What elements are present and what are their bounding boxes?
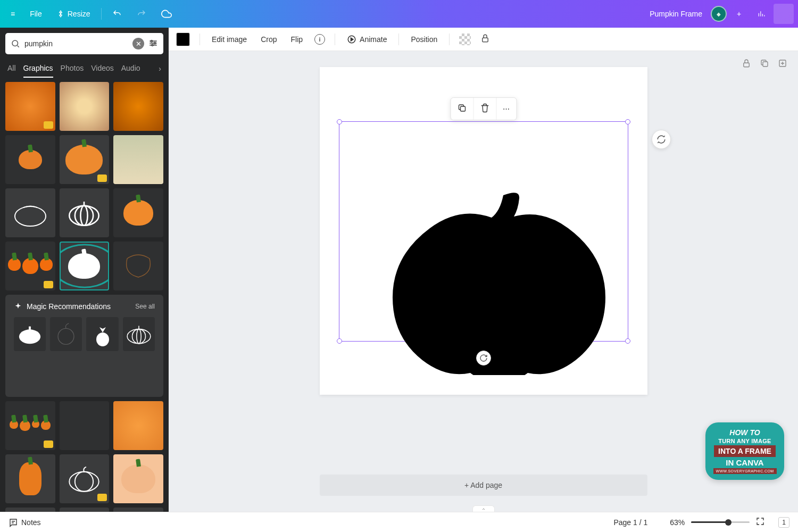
position-button[interactable]: Position <box>409 32 439 47</box>
pro-badge-icon <box>44 440 53 448</box>
svg-point-14 <box>96 332 109 346</box>
undo-button[interactable] <box>106 5 128 22</box>
graphic-thumb[interactable] <box>5 242 55 290</box>
svg-rect-28 <box>460 106 465 111</box>
tab-audio[interactable]: Audio <box>121 60 140 78</box>
graphic-thumb[interactable] <box>113 242 163 290</box>
graphic-thumb[interactable] <box>113 82 163 131</box>
tab-photos[interactable]: Photos <box>61 60 84 78</box>
canvas-viewport[interactable]: ⋯ <box>169 51 798 512</box>
animate-button[interactable]: Animate <box>345 31 389 47</box>
see-all-link[interactable]: See all <box>135 303 155 310</box>
svg-point-4 <box>151 40 153 41</box>
duplicate-element-button[interactable] <box>451 98 473 120</box>
document-title[interactable]: Pumpkin Frame <box>643 10 709 18</box>
info-icon[interactable]: i <box>314 34 325 45</box>
graphic-thumb[interactable] <box>60 188 110 237</box>
graphic-thumb[interactable] <box>113 508 163 512</box>
edit-image-button[interactable]: Edit image <box>210 32 249 47</box>
pages-panel-toggle[interactable] <box>472 505 495 512</box>
crop-button[interactable]: Crop <box>259 32 279 47</box>
zoom-label[interactable]: 63% <box>670 518 685 527</box>
sparkle-icon <box>14 302 22 311</box>
insights-button[interactable] <box>751 4 771 24</box>
magic-thumb[interactable] <box>123 317 155 351</box>
flip-button[interactable]: Flip <box>289 32 305 47</box>
page-stage: ⋯ <box>320 67 647 395</box>
graphic-thumb[interactable] <box>5 135 55 184</box>
page-count-box[interactable]: 1 <box>778 517 789 528</box>
graphic-thumb[interactable] <box>60 401 110 450</box>
graphic-thumb[interactable] <box>5 508 55 512</box>
graphic-thumb[interactable] <box>5 188 55 237</box>
graphic-thumb[interactable] <box>113 401 163 450</box>
category-tabs: All Graphics Photos Videos Audio › <box>0 60 169 78</box>
lock-button[interactable] <box>480 34 490 45</box>
more-options-button[interactable]: ⋯ <box>496 98 516 120</box>
resync-button[interactable] <box>652 130 671 149</box>
graphic-thumb[interactable] <box>5 82 55 131</box>
rotate-handle[interactable] <box>476 351 491 365</box>
share-button[interactable] <box>774 4 794 24</box>
file-label: File <box>30 10 42 18</box>
tutorial-line: IN CANVA <box>726 458 763 467</box>
resize-handle[interactable] <box>337 338 342 344</box>
user-avatar[interactable]: ◆ <box>711 6 727 22</box>
svg-point-9 <box>75 206 93 226</box>
add-page-button[interactable]: + Add page <box>320 475 647 496</box>
resize-handle[interactable] <box>625 119 630 124</box>
delete-element-button[interactable] <box>473 98 496 120</box>
more-tabs-icon[interactable]: › <box>159 60 161 78</box>
svg-point-13 <box>58 328 74 344</box>
graphic-thumb-selected[interactable] <box>60 242 110 290</box>
graphic-thumb[interactable] <box>60 508 110 512</box>
graphic-thumb[interactable] <box>113 188 163 237</box>
tutorial-line: WWW.SOVERYGRAPHIC.COM <box>713 468 777 474</box>
graphic-thumb[interactable] <box>113 135 163 184</box>
redo-button[interactable] <box>130 5 153 22</box>
search-box: ✕ <box>5 33 163 54</box>
lock-page-icon[interactable] <box>742 59 751 70</box>
float-controls: ⋯ <box>450 97 517 120</box>
page-actions <box>742 59 787 70</box>
magic-thumb[interactable] <box>50 317 82 351</box>
resize-handle[interactable] <box>625 338 630 344</box>
graphic-thumb[interactable] <box>5 401 55 450</box>
graphic-thumb[interactable] <box>60 135 110 184</box>
clear-search-button[interactable]: ✕ <box>132 38 144 49</box>
cloud-sync-button[interactable] <box>155 5 178 23</box>
tutorial-badge: HOW TO TURN ANY IMAGE INTO A FRAME IN CA… <box>705 422 784 480</box>
search-input[interactable] <box>24 39 128 48</box>
canvas-page[interactable]: ⋯ <box>320 67 647 395</box>
add-page-icon[interactable] <box>778 59 787 70</box>
results-grid: Magic Recommendations See all <box>0 78 169 512</box>
magic-thumb[interactable] <box>86 317 118 351</box>
filter-button[interactable] <box>148 38 158 49</box>
add-collaborator-button[interactable]: + <box>729 4 749 24</box>
tutorial-line: INTO A FRAME <box>714 445 776 457</box>
tutorial-line: HOW TO <box>729 428 760 437</box>
file-menu[interactable]: File <box>23 6 48 22</box>
tab-videos[interactable]: Videos <box>91 60 114 78</box>
resize-menu[interactable]: Resize <box>51 6 97 22</box>
selection-box[interactable]: ⋯ <box>339 121 628 342</box>
graphic-thumb[interactable] <box>113 454 163 503</box>
transparency-button[interactable] <box>459 34 471 45</box>
home-button[interactable]: ≡ <box>4 6 21 22</box>
notes-button[interactable]: Notes <box>9 518 41 527</box>
duplicate-page-icon[interactable] <box>760 59 769 70</box>
graphic-thumb[interactable] <box>60 454 110 503</box>
svg-point-6 <box>152 44 153 46</box>
tab-all[interactable]: All <box>7 60 16 78</box>
fullscreen-button[interactable] <box>756 517 764 527</box>
slider-knob[interactable] <box>725 519 732 526</box>
zoom-slider[interactable] <box>691 521 750 523</box>
tab-graphics[interactable]: Graphics <box>23 60 53 78</box>
magic-thumb[interactable] <box>14 317 46 351</box>
graphic-thumb[interactable] <box>60 82 110 131</box>
page-indicator[interactable]: Page 1 / 1 <box>613 518 647 527</box>
pumpkin-element[interactable] <box>386 190 612 377</box>
resize-handle[interactable] <box>337 119 342 124</box>
graphic-thumb[interactable] <box>5 454 55 503</box>
color-picker[interactable] <box>176 32 190 46</box>
